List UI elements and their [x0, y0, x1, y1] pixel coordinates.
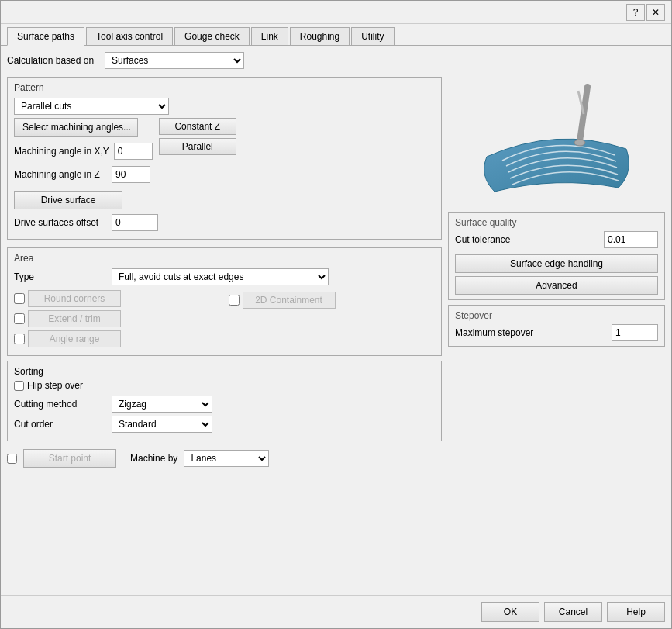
bottom-row: Start point Machine by Lanes Surface Pat… — [7, 446, 442, 471]
flip-checkbox[interactable] — [14, 381, 24, 391]
stepover-row: Maximum stepover — [455, 324, 658, 341]
main-content: Calculation based on Surfaces Meshes Pat… — [1, 46, 671, 595]
drive-offset-input[interactable] — [112, 214, 158, 231]
drive-offset-row: Drive surfaces offset — [14, 214, 435, 231]
drive-surface-btn[interactable]: Drive surface — [14, 191, 122, 209]
left-panel: Calculation based on Surfaces Meshes Pat… — [7, 52, 442, 589]
preview-svg — [464, 56, 650, 203]
start-point-btn[interactable]: Start point — [23, 449, 116, 468]
tab-roughing[interactable]: Roughing — [290, 27, 350, 45]
area-section: Area Type Full, avoid cuts at exact edge… — [7, 247, 442, 356]
cut-order-select[interactable]: Standard Reverse — [112, 416, 212, 433]
angle-xy-label: Machining angle in X,Y — [14, 146, 109, 157]
extend-trim-checkbox[interactable] — [14, 313, 25, 324]
area-type-label: Type — [14, 271, 107, 282]
tab-tool-axis[interactable]: Tool axis control — [86, 27, 173, 45]
calc-select[interactable]: Surfaces Meshes — [105, 52, 244, 69]
area-label: Area — [14, 253, 435, 264]
flip-label: Flip step over — [27, 380, 83, 391]
surface-quality-box: Surface quality Cut tolerance Surface ed… — [448, 212, 665, 300]
preview-area — [456, 52, 657, 207]
constant-z-btn[interactable]: Constant Z — [159, 118, 236, 135]
extend-trim-btn[interactable]: Extend / trim — [28, 310, 121, 327]
close-title-btn[interactable]: ✕ — [646, 4, 665, 21]
calc-label: Calculation based on — [7, 55, 100, 66]
tab-utility[interactable]: Utility — [351, 27, 394, 45]
angle-z-input[interactable] — [112, 166, 150, 183]
help-btn[interactable]: Help — [607, 602, 665, 622]
area-type-select[interactable]: Full, avoid cuts at exact edges Full Bou… — [112, 268, 329, 285]
machine-by-select[interactable]: Lanes Surface Patch — [184, 450, 269, 467]
advanced-btn[interactable]: Advanced — [455, 276, 658, 295]
angle-buttons: Constant Z Parallel — [159, 118, 236, 155]
drive-offset-label: Drive surfaces offset — [14, 217, 107, 228]
pattern-label: Pattern — [14, 82, 435, 93]
sorting-label: Sorting — [14, 366, 435, 377]
stepover-label: Stepover — [455, 310, 658, 321]
tab-surface-paths[interactable]: Surface paths — [7, 27, 84, 46]
footer: OK Cancel Help — [1, 595, 671, 628]
cancel-btn[interactable]: Cancel — [544, 602, 602, 622]
2d-containment-checkbox[interactable] — [229, 295, 240, 306]
pattern-row: Parallel cuts Spiral Radial — [14, 98, 435, 115]
2d-containment-btn[interactable]: 2D Containment — [243, 292, 336, 309]
parallel-btn[interactable]: Parallel — [159, 138, 236, 155]
pattern-section: Pattern Parallel cuts Spiral Radial Sele… — [7, 77, 442, 240]
svg-point-2 — [574, 140, 585, 146]
2d-containment-row: 2D Containment — [229, 292, 336, 309]
cutting-method-row: Cutting method Zigzag One way Climb — [14, 396, 435, 413]
title-bar: ? ✕ — [1, 1, 671, 24]
help-title-btn[interactable]: ? — [626, 4, 645, 21]
calc-row: Calculation based on Surfaces Meshes — [7, 52, 442, 69]
angle-xy-row: Machining angle in X,Y — [14, 143, 153, 160]
angle-range-btn[interactable]: Angle range — [28, 330, 121, 347]
round-corners-checkbox[interactable] — [14, 293, 25, 304]
machine-by-label: Machine by — [130, 453, 177, 464]
cutting-method-label: Cutting method — [14, 399, 107, 410]
start-point-checkbox[interactable] — [7, 454, 17, 464]
tab-gouge-check[interactable]: Gouge check — [174, 27, 250, 45]
round-corners-row: Round corners — [14, 290, 221, 307]
max-stepover-label: Maximum stepover — [455, 327, 533, 338]
cut-tolerance-input[interactable] — [604, 231, 658, 248]
round-corners-btn[interactable]: Round corners — [28, 290, 121, 307]
surface-edge-btn[interactable]: Surface edge handling — [455, 254, 658, 273]
ok-btn[interactable]: OK — [481, 602, 539, 622]
flip-row: Flip step over — [14, 380, 435, 391]
surface-quality-label: Surface quality — [455, 217, 658, 228]
select-angles-btn[interactable]: Select machining angles... — [14, 118, 138, 137]
cut-order-row: Cut order Standard Reverse — [14, 416, 435, 433]
pattern-select[interactable]: Parallel cuts Spiral Radial — [14, 98, 169, 115]
cut-order-label: Cut order — [14, 419, 107, 430]
max-stepover-input[interactable] — [612, 324, 658, 341]
tab-link[interactable]: Link — [251, 27, 288, 45]
area-type-row: Type Full, avoid cuts at exact edges Ful… — [14, 268, 435, 285]
angle-xy-input[interactable] — [114, 143, 153, 160]
right-panel: Surface quality Cut tolerance Surface ed… — [448, 52, 665, 589]
stepover-box: Stepover Maximum stepover — [448, 305, 665, 347]
cut-tolerance-label: Cut tolerance — [455, 234, 510, 245]
cutting-method-select[interactable]: Zigzag One way Climb — [112, 396, 212, 413]
tolerance-row: Cut tolerance — [455, 231, 658, 248]
sorting-section: Sorting Flip step over Cutting method Zi… — [7, 361, 442, 441]
angle-z-label: Machining angle in Z — [14, 169, 107, 180]
main-window: ? ✕ Surface paths Tool axis control Goug… — [0, 0, 672, 629]
tab-bar: Surface paths Tool axis control Gouge ch… — [1, 24, 671, 46]
angle-range-checkbox[interactable] — [14, 334, 25, 344]
angle-range-row: Angle range — [14, 330, 221, 347]
angles-section: Select machining angles... Machining ang… — [14, 118, 153, 186]
angle-z-row: Machining angle in Z — [14, 166, 153, 183]
extend-trim-row: Extend / trim — [14, 310, 221, 327]
